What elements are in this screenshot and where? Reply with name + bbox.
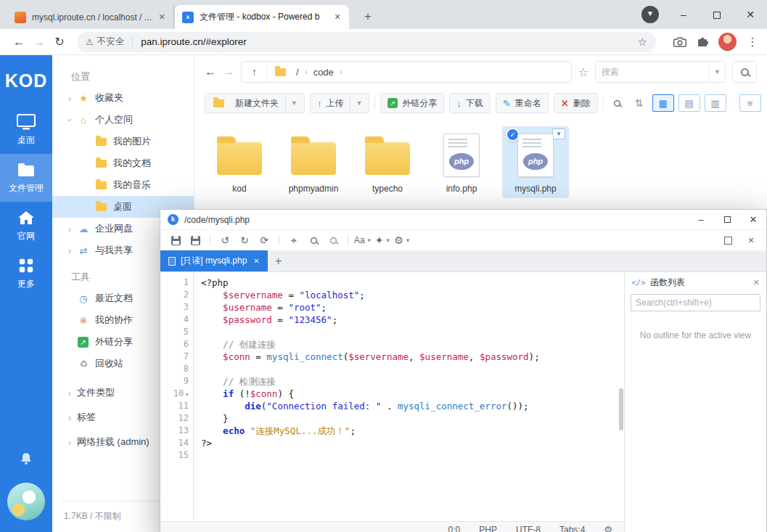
panel-close-icon[interactable]: ✕ bbox=[742, 232, 760, 248]
tab-close-icon[interactable]: ✕ bbox=[332, 12, 343, 22]
code-content[interactable]: <?php $servername = "localhost"; $userna… bbox=[194, 272, 624, 521]
goto-icon[interactable]: ⌖ bbox=[285, 232, 303, 248]
zoom-in-icon[interactable] bbox=[305, 232, 322, 248]
browser-tab-kodbox[interactable]: k 文件管理 - kodbox - Powered b ✕ bbox=[175, 5, 349, 29]
outline-close-icon[interactable]: ✕ bbox=[753, 278, 760, 287]
share-button[interactable]: ↗外链分享 bbox=[380, 93, 444, 113]
search-input[interactable] bbox=[596, 67, 709, 77]
download-button[interactable]: ↓下载 bbox=[449, 93, 491, 113]
tree-item[interactable]: 我的图片 bbox=[52, 131, 194, 152]
file-item[interactable]: ✓▼mysqli.php bbox=[502, 126, 569, 198]
status-language[interactable]: PHP bbox=[479, 525, 497, 532]
browser-profile-avatar[interactable] bbox=[718, 33, 737, 51]
tree-section-location[interactable]: 位置 bbox=[52, 67, 194, 87]
action-label: 下载 bbox=[466, 97, 483, 110]
breadcrumb-root[interactable]: / bbox=[296, 67, 299, 78]
save-as-icon[interactable] bbox=[186, 232, 204, 248]
file-icon bbox=[168, 257, 176, 266]
bookmark-star-icon[interactable]: ☆ bbox=[638, 36, 647, 49]
browser-update-icon[interactable]: ▼ bbox=[641, 6, 659, 23]
extensions-puzzle-icon[interactable] bbox=[697, 36, 708, 48]
fullscreen-icon[interactable] bbox=[719, 232, 737, 248]
code-icon: </> bbox=[631, 278, 646, 287]
tree-item[interactable]: 我的文档 bbox=[52, 152, 194, 174]
browser-menu-icon[interactable]: ⋮ bbox=[747, 35, 758, 49]
delete-button[interactable]: ✕删除 bbox=[554, 93, 598, 113]
sort-icon[interactable]: ⇅ bbox=[631, 94, 648, 112]
line-number: 3 bbox=[160, 301, 189, 314]
tools-control[interactable]: ✦▼ bbox=[374, 232, 392, 248]
browser-tab-mysql[interactable]: mysql.iproute.cn / localhost / ... ✕ bbox=[7, 5, 174, 29]
editor-tab-active[interactable]: [只读] mysqli.php ✕ bbox=[160, 250, 268, 271]
search-options-caret-icon[interactable]: ▼ bbox=[709, 62, 725, 82]
screenshot-camera-icon[interactable] bbox=[673, 36, 686, 48]
zoom-out-icon[interactable] bbox=[324, 232, 342, 248]
save-icon[interactable] bbox=[167, 232, 184, 248]
tree-item-label: 最近文档 bbox=[95, 292, 133, 305]
kodbox-logo[interactable]: KOD bbox=[0, 55, 52, 106]
rail-item-more[interactable]: 更多 bbox=[0, 250, 52, 298]
file-item[interactable]: phpmyadmin bbox=[280, 126, 347, 198]
editor-minimize-button[interactable]: – bbox=[688, 210, 714, 229]
tab-close-icon[interactable]: ✕ bbox=[156, 12, 168, 22]
dropdown-caret-icon[interactable]: ▼ bbox=[285, 94, 298, 112]
explorer-forward-icon[interactable]: → bbox=[223, 65, 234, 78]
tab-close-icon[interactable]: ✕ bbox=[253, 257, 259, 265]
browser-back-icon[interactable]: ← bbox=[9, 36, 29, 49]
browser-reload-icon[interactable]: ↻ bbox=[49, 35, 70, 49]
security-label[interactable]: 不安全 bbox=[97, 36, 125, 48]
refresh-icon[interactable]: ⟳ bbox=[255, 232, 273, 248]
status-encoding[interactable]: UTF-8 bbox=[516, 525, 541, 532]
editor-titlebar[interactable]: k /code/mysqli.php – ✕ bbox=[160, 210, 766, 229]
notification-bell-icon[interactable] bbox=[20, 452, 33, 468]
tree-item[interactable]: ›⌂个人空间 bbox=[52, 109, 194, 131]
new-tab-button[interactable]: + bbox=[358, 7, 377, 26]
editor-close-button[interactable]: ✕ bbox=[740, 210, 766, 229]
favorite-path-star-icon[interactable]: ☆ bbox=[578, 65, 588, 79]
tree-item[interactable]: ›★收藏夹 bbox=[52, 87, 194, 109]
fold-caret-icon[interactable]: ▾ bbox=[185, 391, 189, 398]
tree-item-label: 个人空间 bbox=[95, 113, 133, 126]
user-avatar[interactable] bbox=[7, 483, 45, 520]
window-maximize-button[interactable] bbox=[700, 0, 734, 29]
explorer-back-icon[interactable]: ← bbox=[205, 65, 216, 78]
zoom-search-icon[interactable] bbox=[609, 94, 626, 112]
rail-item-file-manager[interactable]: 文件管理 bbox=[0, 154, 52, 202]
search-button[interactable] bbox=[732, 61, 757, 83]
browser-forward-icon[interactable]: → bbox=[29, 36, 49, 49]
list-settings-button[interactable]: ≡ bbox=[739, 94, 761, 112]
file-item[interactable]: kod bbox=[206, 126, 273, 198]
editor-maximize-button[interactable] bbox=[714, 210, 740, 229]
item-menu-caret-icon[interactable]: ▼ bbox=[552, 128, 565, 139]
file-item[interactable]: typecho bbox=[354, 126, 421, 198]
redo-icon[interactable]: ↻ bbox=[236, 232, 253, 248]
line-number: 8 bbox=[160, 363, 189, 375]
rail-item-desktop[interactable]: 桌面 bbox=[0, 106, 52, 154]
settings-gear-icon[interactable]: ⚙ bbox=[604, 524, 612, 532]
view-grid-button[interactable]: ▦ bbox=[652, 94, 674, 112]
tree-item[interactable]: 我的音乐 bbox=[52, 174, 194, 196]
view-detail-button[interactable]: ▥ bbox=[705, 94, 726, 112]
breadcrumb-folder[interactable]: code bbox=[313, 67, 334, 78]
up-directory-icon[interactable]: ↑ bbox=[242, 62, 268, 82]
dropdown-caret-icon[interactable]: ▼ bbox=[350, 94, 362, 112]
new-folder-button[interactable]: 新建文件夹▼ bbox=[205, 93, 305, 113]
view-list-button[interactable]: ▤ bbox=[678, 94, 700, 112]
upload-button[interactable]: ↑上传▼ bbox=[310, 93, 369, 113]
url-text[interactable]: pan.iproute.cn/#explorer bbox=[141, 36, 631, 47]
settings-control[interactable]: ⚙▼ bbox=[394, 232, 411, 248]
font-size-control[interactable]: Aa▼ bbox=[354, 232, 372, 248]
rail-item-official-site[interactable]: 官网 bbox=[0, 202, 52, 250]
rename-button[interactable]: ✎重命名 bbox=[496, 93, 549, 113]
undo-icon[interactable]: ↺ bbox=[216, 232, 234, 248]
window-close-button[interactable]: ✕ bbox=[734, 0, 767, 29]
status-tab-size[interactable]: Tabs:4 bbox=[559, 525, 585, 532]
status-cursor-position[interactable]: 0:0 bbox=[448, 525, 461, 532]
editor-new-tab-button[interactable]: + bbox=[268, 250, 290, 271]
outline-search-input[interactable] bbox=[631, 294, 760, 311]
window-minimize-button[interactable]: – bbox=[667, 0, 700, 29]
file-item[interactable]: info.php bbox=[428, 126, 495, 198]
address-bar[interactable]: ⚠ 不安全 pan.iproute.cn/#explorer ☆ bbox=[77, 32, 656, 52]
code-area[interactable]: 12345678910▾1112131415 <?php $servername… bbox=[160, 272, 624, 521]
editor-scrollbar[interactable] bbox=[619, 388, 623, 430]
